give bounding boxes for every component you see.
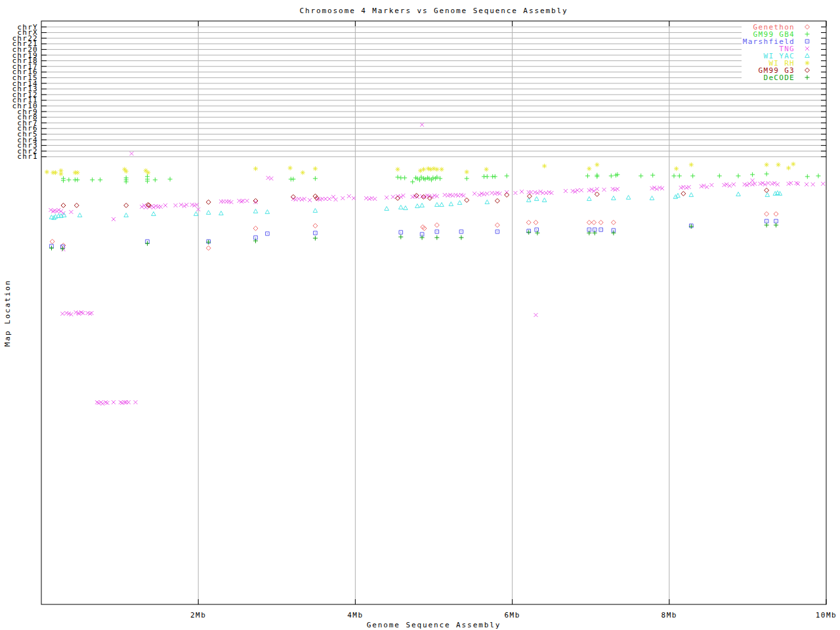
svg-text:10Mb: 10Mb: [816, 611, 837, 620]
chart-canvas: chrYchrXchr22chr21chr20chr19chr18chr17ch…: [0, 0, 840, 630]
svg-text:8Mb: 8Mb: [662, 611, 677, 620]
series-gm99-g3: [61, 188, 769, 208]
x-tick-labels: 2Mb4Mb6Mb8Mb10Mb: [190, 611, 837, 620]
series-marshfield: [50, 219, 778, 249]
svg-text:2Mb: 2Mb: [190, 611, 206, 620]
y-ticks: [41, 27, 826, 157]
svg-text:6Mb: 6Mb: [504, 611, 520, 620]
x-gridlines: [198, 21, 669, 604]
series-wi-rh: [45, 162, 795, 177]
chart: Chromosome 4 Markers vs Genome Sequence …: [0, 0, 840, 630]
series-tng: [49, 123, 825, 406]
chromosome-gridlines: [41, 27, 826, 157]
legend-marker-wi-rh: [805, 61, 810, 66]
chromosome-labels: chrYchrXchr22chr21chr20chr19chr18chr17ch…: [12, 23, 38, 161]
svg-text:DeCODE: DeCODE: [763, 74, 795, 82]
svg-text:chr1: chr1: [17, 152, 38, 161]
svg-text:4Mb: 4Mb: [347, 611, 363, 620]
plot-border: [41, 21, 826, 604]
series-gm99-gb4: [61, 172, 821, 184]
